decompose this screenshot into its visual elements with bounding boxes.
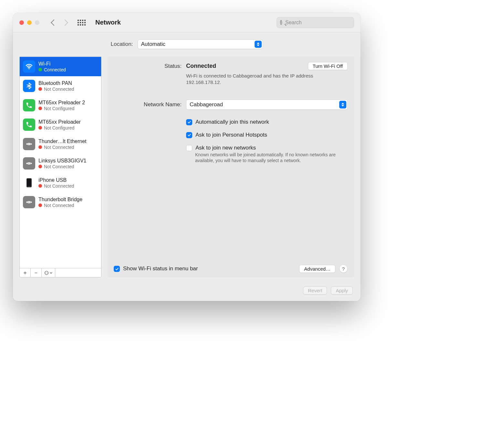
- status-dot-icon: [38, 184, 42, 188]
- svg-point-2: [29, 144, 30, 145]
- service-status: Connected: [44, 67, 66, 72]
- service-row[interactable]: MT65xx PreloaderNot Configured: [20, 115, 101, 134]
- service-status: Not Configured: [44, 106, 74, 111]
- service-row[interactable]: Linksys USB3GIGV1Not Connected: [20, 154, 101, 173]
- chevron-up-down-icon: [339, 101, 346, 109]
- svg-point-0: [28, 68, 29, 69]
- revert-button[interactable]: Revert: [303, 286, 327, 295]
- ask-hotspot-checkbox[interactable]: Ask to join Personal Hotspots: [186, 132, 348, 138]
- service-name: Thunder…lt Ethernet: [38, 139, 87, 144]
- status-dot-icon: [38, 165, 42, 168]
- location-value: Automatic: [141, 41, 166, 47]
- svg-point-10: [27, 202, 28, 203]
- service-status: Not Configured: [44, 125, 74, 130]
- back-button[interactable]: [51, 19, 57, 26]
- remove-service-button[interactable]: －: [31, 268, 42, 277]
- phone-icon: [23, 99, 35, 111]
- service-status: Not Connected: [44, 164, 74, 169]
- service-status: Not Connected: [44, 145, 74, 150]
- service-row[interactable]: iPhone USBNot Connected: [20, 173, 101, 192]
- svg-point-16: [47, 273, 47, 273]
- network-name-popup[interactable]: Cabbageroad: [186, 99, 348, 110]
- service-row[interactable]: Wi-FiConnected: [20, 57, 101, 76]
- close-window-button[interactable]: [19, 20, 24, 25]
- service-actions-menu[interactable]: [42, 268, 55, 277]
- toolbar: Network: [13, 13, 361, 32]
- status-dot-icon: [38, 68, 42, 71]
- service-name: Thunderbolt Bridge: [38, 197, 82, 202]
- svg-point-11: [29, 202, 30, 203]
- phone-icon: [23, 119, 35, 131]
- help-button[interactable]: ?: [339, 264, 348, 273]
- service-footer-spacer: [55, 268, 101, 277]
- service-row[interactable]: Bluetooth PANNot Connected: [20, 76, 101, 96]
- iphone-icon: [23, 177, 35, 189]
- nav-arrows: [52, 20, 67, 25]
- service-row[interactable]: Thunder…lt EthernetNot Connected: [20, 134, 101, 154]
- search-field[interactable]: [277, 17, 354, 28]
- service-list-footer: ＋ －: [20, 268, 101, 277]
- ask-new-networks-label: Ask to join new networks: [195, 145, 256, 151]
- ask-new-networks-checkbox[interactable]: Ask to join new networks: [186, 145, 348, 151]
- status-dot-icon: [38, 126, 42, 129]
- service-name: Linksys USB3GIGV1: [38, 158, 87, 164]
- ethernet-icon: [23, 138, 35, 150]
- service-status: Not Connected: [44, 87, 74, 92]
- service-name: MT65xx Preloader: [38, 119, 81, 125]
- svg-point-4: [27, 163, 28, 164]
- network-name-value: Cabbageroad: [190, 101, 223, 108]
- status-label: Status:: [114, 63, 182, 69]
- location-popup[interactable]: Automatic: [138, 39, 263, 49]
- service-status: Not Connected: [44, 183, 74, 189]
- apply-button[interactable]: Apply: [331, 286, 353, 295]
- zoom-window-button[interactable]: [35, 20, 39, 25]
- status-dot-icon: [38, 107, 42, 110]
- location-label: Location:: [111, 41, 133, 47]
- svg-point-3: [31, 144, 32, 145]
- svg-point-15: [46, 273, 47, 273]
- forward-button[interactable]: [62, 19, 68, 26]
- svg-point-5: [29, 163, 30, 164]
- window-controls: [19, 20, 39, 25]
- service-name: Bluetooth PAN: [38, 80, 74, 86]
- service-row[interactable]: Thunderbolt BridgeNot Connected: [20, 192, 101, 212]
- ethernet-icon: [23, 157, 35, 170]
- service-list: Wi-FiConnectedBluetooth PANNot Connected…: [19, 56, 101, 277]
- checkbox-icon: [114, 266, 120, 272]
- auto-join-checkbox[interactable]: Automatically join this network: [186, 119, 348, 125]
- minimize-window-button[interactable]: [27, 20, 32, 25]
- network-prefs-window: Network Location: Automatic Wi-FiConnect…: [13, 13, 361, 301]
- show-status-checkbox[interactable]: Show Wi-Fi status in menu bar: [114, 265, 198, 272]
- ask-new-networks-hint: Known networks will be joined automatica…: [195, 152, 348, 164]
- status-dot-icon: [38, 145, 42, 149]
- status-hint: Wi-Fi is connected to Cabbageroad and ha…: [186, 73, 348, 86]
- chevron-up-down-icon: [255, 41, 262, 48]
- wifi-icon: [23, 60, 35, 73]
- wifi-toggle-button[interactable]: Turn Wi-Fi Off: [308, 62, 348, 70]
- svg-point-6: [31, 163, 32, 164]
- svg-rect-8: [27, 179, 31, 186]
- service-detail: Status: Connected Turn Wi-Fi Off Wi-Fi i…: [107, 56, 354, 277]
- service-row[interactable]: MT65xx Preloader 2Not Configured: [20, 96, 101, 115]
- dialog-footer: Revert Apply: [13, 281, 361, 301]
- service-name: Wi-Fi: [38, 61, 66, 67]
- svg-point-12: [31, 202, 32, 203]
- show-status-label: Show Wi-Fi status in menu bar: [123, 265, 198, 272]
- status-dot-icon: [38, 87, 42, 91]
- advanced-button[interactable]: Advanced…: [299, 265, 335, 273]
- search-input[interactable]: [285, 19, 351, 26]
- main-content: Wi-FiConnectedBluetooth PANNot Connected…: [13, 56, 361, 281]
- show-all-button[interactable]: [78, 20, 86, 26]
- bluetooth-icon: [23, 80, 35, 92]
- ethernet-icon: [23, 196, 35, 208]
- service-name: MT65xx Preloader 2: [38, 100, 85, 106]
- svg-point-9: [29, 186, 30, 187]
- checkbox-icon: [186, 132, 192, 138]
- add-service-button[interactable]: ＋: [20, 268, 31, 277]
- search-icon: [280, 20, 282, 25]
- checkbox-icon: [186, 145, 192, 151]
- location-row: Location: Automatic: [13, 32, 361, 56]
- status-value: Connected: [186, 63, 216, 69]
- svg-point-14: [46, 273, 46, 273]
- status-dot-icon: [38, 203, 42, 207]
